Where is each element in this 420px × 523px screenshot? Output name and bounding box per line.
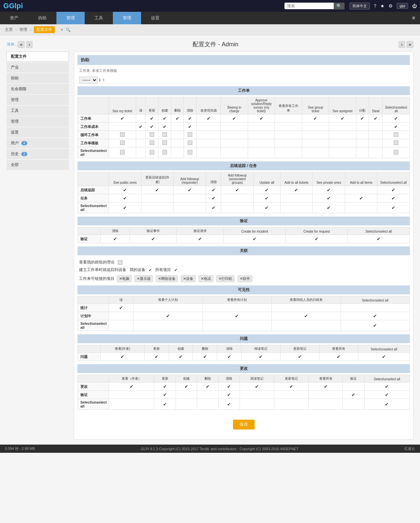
tag-printer[interactable]: ✕ 打印机	[216, 275, 235, 282]
sidebar-item-history[interactable]: 历史 2	[7, 149, 69, 159]
col-read: 读	[136, 97, 145, 115]
table-row: 工作单 ✔ ✔ ✔ ✔ ✔ ✔ ✔ ✔ ✔ ✔	[78, 115, 410, 123]
nav-manage[interactable]: 管理	[56, 12, 85, 24]
col-select-all-followup: Select/unselect all	[377, 172, 410, 186]
change-permissions-table: 查看（作者） 更新 创建 删除 清除 阅读笔记 更新笔记 查看所有 验证 Sel…	[77, 375, 410, 410]
search-button[interactable]: 🔍	[334, 3, 345, 10]
tag-monitor[interactable]: ✕ 显示器	[135, 275, 153, 282]
sidebar-item-settings[interactable]: 设置	[7, 127, 69, 137]
col-assign: 分配	[356, 97, 369, 115]
nav-assets[interactable]: 资产	[0, 12, 28, 24]
nav-tools[interactable]: 工具	[85, 12, 113, 24]
nav-admin[interactable]: 管理	[113, 12, 141, 24]
col-select-all-vis: Select/unselect all	[341, 296, 410, 304]
users-badge: 4	[21, 141, 27, 145]
table-row: 循环工作单	[78, 131, 410, 139]
col-see-my-ticket: See my ticket	[109, 97, 136, 115]
search-breadcrumb-icon[interactable]: 🔍	[66, 28, 71, 32]
assoc-see-group-checkbox[interactable]	[118, 260, 122, 265]
navbar: 资产 协助 管理 工具 管理 设置 ≡	[0, 12, 420, 24]
sidebar-item-profile[interactable]: 配置文件	[7, 52, 69, 62]
col-val-request: 验证请求	[177, 227, 224, 235]
nav-next-next[interactable]: »	[407, 41, 413, 48]
col-select-all-chg: Select/unselect all	[364, 375, 410, 383]
history-badge: 2	[21, 152, 27, 156]
footer-copyright: GLPI 9.1.3 Copyright (C) 2015-2017 Tecli…	[141, 447, 299, 451]
section-help-header: 协助	[77, 55, 410, 65]
tag-computer[interactable]: ✕ 电脑	[117, 275, 132, 282]
row-stats: 统计	[78, 304, 109, 312]
breadcrumb: 主页 › 管理 › 配置文件 + 🔍	[0, 24, 420, 35]
sidebar: 配置文件 产业 协助 生命期限 管理 工具 管理 设置 用户 4 历史 2 全部	[7, 52, 69, 440]
sidebar-item-admin[interactable]: 管理	[7, 116, 69, 127]
user-button[interactable]: glpi	[397, 3, 408, 9]
validation-section-title: 验证	[77, 217, 410, 225]
lang-button[interactable]: 简体中文	[349, 3, 370, 10]
col-read-vis: 读	[109, 296, 134, 304]
add-workorder-icon[interactable]: +	[102, 78, 105, 82]
sidebar-item-assist[interactable]: 协助	[7, 73, 69, 83]
change-section-title: 更改	[77, 364, 410, 373]
tag-device[interactable]: ✕ 设备	[181, 275, 196, 282]
breadcrumb-home[interactable]: 主页	[5, 27, 13, 32]
table-row: 更改 ✔ ✔ ✔ ✔ ✔ ✔ ✔ ✔ ✔	[78, 383, 410, 391]
page-nav-left[interactable]: 清单...	[7, 42, 18, 47]
main: 清单... « ‹ 配置文件 - Admin › » 配置文件 产业 协助 生命…	[0, 35, 420, 445]
followup-permissions-table: See public ones 更新后续追踪(作者) Add followup …	[77, 172, 410, 213]
row-select-all-followup: Select/unselect all	[78, 202, 109, 213]
sidebar-item-tools[interactable]: 工具	[7, 106, 69, 116]
col-update: 更新	[145, 97, 158, 115]
breadcrumb-admin[interactable]: 管理	[19, 27, 27, 32]
work-order-select[interactable]: ------	[79, 76, 97, 84]
tag-phone[interactable]: ✕ 电话	[199, 275, 213, 282]
main-content: 协助 工作来: 承省工作来模板 ------ ℹ + 工作单 See my t	[74, 52, 413, 440]
table-row: Select/unselect all ✔	[78, 320, 410, 331]
table-row: 后续追踪 ✔ ✔ ✔ ✔ ✔ ✔ ✔ ✔ ✔	[78, 186, 410, 194]
power-icon[interactable]: ⏻	[412, 3, 417, 9]
col-read-notes: 阅读笔记	[242, 345, 281, 353]
tag-network[interactable]: ✕ 网络设备	[156, 275, 178, 282]
logo: GGlpi	[3, 2, 23, 10]
table-row: 验证 ✔ ✔ ✔ ✔	[78, 391, 410, 399]
save-button[interactable]: 保存	[233, 420, 255, 429]
assoc-see-group-label: 查看我的群组的理论	[79, 260, 115, 265]
nav-settings[interactable]: 设置	[141, 12, 169, 24]
sidebar-item-lifecycle[interactable]: 生命期限	[7, 84, 69, 94]
page-nav: 清单... « ‹ 配置文件 - Admin › »	[7, 40, 413, 48]
col-see-group-ticket: See group ticket	[302, 97, 329, 115]
sidebar-item-users[interactable]: 用户 4	[7, 138, 69, 148]
breadcrumb-profile[interactable]: 配置文件	[34, 26, 55, 33]
col-see-group-calendar: 查看同组人员的日程表	[272, 296, 341, 304]
sidebar-item-assets[interactable]: 产业	[7, 62, 69, 73]
help-icon[interactable]: ?	[374, 3, 376, 9]
star-icon[interactable]: ★	[380, 3, 385, 9]
table-row: Select/unselect all ✔ ✔ ✔ ✔ ✔	[78, 202, 410, 213]
search-box: 🔍	[284, 3, 345, 10]
nav-next[interactable]: ›	[399, 41, 405, 48]
visibility-section-title: 可见性	[77, 285, 410, 294]
add-icon[interactable]: +	[61, 28, 63, 32]
sidebar-item-all[interactable]: 全部	[7, 160, 69, 170]
col-delete-prob: 删除	[193, 345, 217, 353]
col-see-assigned: See assigned	[329, 97, 356, 115]
sidebar-item-manage[interactable]: 管理	[7, 95, 69, 105]
tag-software[interactable]: ✕ 软件	[238, 275, 252, 282]
assoc-all-items-label: 所有项目	[155, 267, 171, 273]
col-header-empty	[78, 97, 109, 115]
assoc-create-label: 建立工作单时就追踪到设备	[79, 267, 126, 273]
assoc-check1: ✔	[149, 268, 152, 272]
col-add-assoc-groups: Add followup (associated groups)	[221, 172, 254, 186]
nav-prev-prev[interactable]: «	[18, 41, 25, 48]
validation-permissions-table: 清除 验证事件 验证请求 Create for incident Create …	[77, 227, 410, 243]
gear-icon[interactable]: ⚙	[388, 3, 393, 9]
table-row: 工作单模板	[78, 139, 410, 147]
info-icon: ℹ	[99, 78, 101, 82]
nav-assist[interactable]: 协助	[28, 12, 56, 24]
row-ticket: 工作单	[78, 115, 109, 123]
hamburger-icon[interactable]: ≡	[407, 12, 420, 24]
col-purge: 清除	[184, 97, 197, 115]
row-task: 任务	[78, 194, 109, 202]
col-steal: Steal	[369, 97, 383, 115]
nav-prev[interactable]: ‹	[26, 41, 32, 48]
search-input[interactable]	[284, 3, 334, 9]
